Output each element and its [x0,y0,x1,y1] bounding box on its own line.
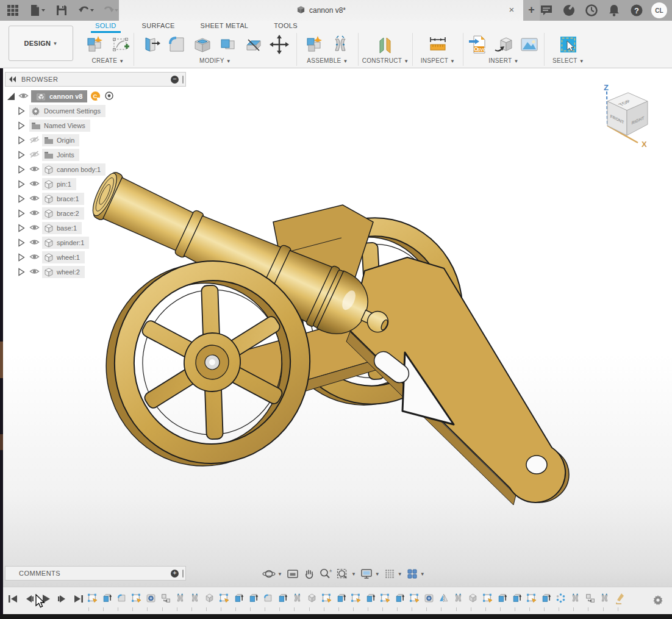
carriage-trail[interactable] [346,257,569,505]
timeline-feature-box-9[interactable] [202,591,216,604]
shell-icon[interactable] [190,33,215,56]
document-tab[interactable]: cannon v8* × [119,0,523,21]
fit-icon[interactable]: ▼ [336,568,356,580]
timeline-feature-hole-24[interactable] [421,591,436,604]
move-icon[interactable] [267,33,291,56]
go-to-end-button[interactable] [73,593,84,604]
pan-icon[interactable] [303,568,315,580]
orbit-icon[interactable]: ▼ [262,568,282,580]
expand-icon[interactable] [17,106,27,116]
viewport-canvas[interactable]: BROWSER − cannon v8CDocument SettingsNam… [0,68,672,614]
expand-icon[interactable] [17,165,27,174]
step-forward-button[interactable] [57,593,68,604]
create-sketch-icon[interactable] [109,33,133,56]
browser-item-spinder-1[interactable]: spinder:1 [5,235,188,250]
user-avatar[interactable]: CL [651,2,667,18]
browser-item-pin-1[interactable]: pin:1 [5,177,188,191]
eye-icon[interactable] [29,209,40,218]
timeline-feature-joint-15[interactable] [290,591,304,604]
browser-item-brace-1[interactable]: brace:1 [5,191,188,206]
timeline-feature-sketch-28[interactable] [480,591,495,604]
root-label[interactable]: cannon v8 [49,93,82,100]
group-label-inspect[interactable]: INSPECT▼ [421,57,456,67]
browser-item-base-1[interactable]: base:1 [5,221,188,235]
tab-solid[interactable]: SOLID [82,21,129,32]
timeline-feature-extrude-12[interactable] [246,591,260,604]
timeline-feature-extrude-14[interactable] [275,591,290,604]
canvas-icon[interactable] [517,33,542,56]
browser-item-named-views[interactable]: Named Views [5,118,188,133]
item-label[interactable]: spinder:1 [57,239,84,246]
eye-icon[interactable] [18,91,29,101]
tab-surface[interactable]: SURFACE [129,21,188,32]
insert-svg-icon[interactable]: SVG [466,33,490,56]
expand-icon[interactable] [17,238,27,248]
activate-radio-icon[interactable] [104,91,114,102]
timeline-feature-sketch-19[interactable] [348,591,363,604]
undo-icon[interactable] [78,2,94,18]
browser-item-cannon-body-1[interactable]: cannon body:1 [5,162,188,177]
eye-icon[interactable] [29,252,40,262]
display-settings-icon[interactable]: ▼ [360,568,380,580]
construct-plane-icon[interactable] [373,33,398,56]
timeline-feature-extrude-29[interactable] [495,591,509,604]
tab-sheet-metal[interactable]: SHEET METAL [188,21,262,32]
timeline-feature-extrude-32[interactable] [538,591,553,604]
expand-icon[interactable] [17,121,27,131]
timeline-feature-extrude-22[interactable] [392,591,407,604]
timeline-feature-joint-8[interactable] [187,591,202,604]
combine-icon[interactable] [216,33,240,56]
eye-icon[interactable] [29,194,40,204]
panel-scrollbar[interactable] [182,76,184,84]
browser-panel-header[interactable]: BROWSER − [5,72,186,87]
item-label[interactable]: Named Views [44,122,85,129]
comments-icon[interactable] [538,2,554,18]
chevron-down-icon[interactable]: ▼ [277,571,282,577]
timeline-feature-sketch-4[interactable] [129,591,143,604]
timeline-feature-sketch-17[interactable] [319,591,334,604]
chevron-down-icon[interactable]: ▼ [398,571,402,577]
split-body-icon[interactable] [241,33,266,56]
hide-panel-icon[interactable]: − [171,76,179,84]
job-status-icon[interactable] [584,2,599,18]
timeline-feature-extrude-20[interactable] [363,591,377,604]
select-icon[interactable] [556,33,581,56]
browser-item-wheel-1[interactable]: wheel:1 [5,250,188,265]
item-label[interactable]: cannon body:1 [57,166,101,173]
workspace-selector[interactable]: DESIGN▼ [9,26,73,61]
timeline-feature-fillet-13[interactable] [260,591,275,604]
timeline-feature-mirror-25[interactable] [436,591,451,604]
browser-item-joints[interactable]: Joints [5,148,188,162]
browser-item-brace-2[interactable]: brace:2 [5,206,188,221]
item-label[interactable]: brace:1 [57,195,79,202]
group-label-insert[interactable]: INSERT▼ [488,57,519,67]
joint-icon[interactable] [328,33,352,56]
expand-icon[interactable] [17,209,27,218]
help-icon[interactable]: ? [629,2,645,18]
eye-icon[interactable] [29,223,40,233]
create-solid-icon[interactable] [83,33,107,56]
chevron-down-icon[interactable]: ▼ [420,571,425,577]
eye-icon[interactable] [29,165,40,174]
item-label[interactable]: wheel:1 [57,254,80,261]
timeline-feature-box-16[interactable] [304,591,319,604]
grid-icon[interactable]: ▼ [384,568,402,580]
tab-tools[interactable]: TOOLS [261,21,310,32]
app-grid-icon[interactable] [5,2,21,18]
close-tab-icon[interactable]: × [506,4,517,15]
group-label-modify[interactable]: MODIFY▼ [199,57,231,67]
eye-off-icon[interactable] [29,150,40,160]
item-label[interactable]: Origin [57,137,74,144]
browser-root-row[interactable]: cannon v8C [5,89,188,104]
collapse-panel-icon[interactable] [9,74,16,85]
chevron-down-icon[interactable]: ▼ [351,571,356,577]
timeline-feature-fillet-3[interactable] [114,591,129,604]
new-tab-button[interactable]: + [523,0,540,21]
comments-panel-header[interactable]: COMMENTS + [5,566,186,581]
group-label-select[interactable]: SELECT▼ [552,57,584,67]
timeline-feature-joint-36[interactable] [597,591,612,604]
timeline-feature-sketch-10[interactable] [216,591,231,604]
timeline-feature-sketch-31[interactable] [524,591,538,604]
eye-icon[interactable] [29,179,40,189]
go-to-start-button[interactable] [7,593,18,604]
